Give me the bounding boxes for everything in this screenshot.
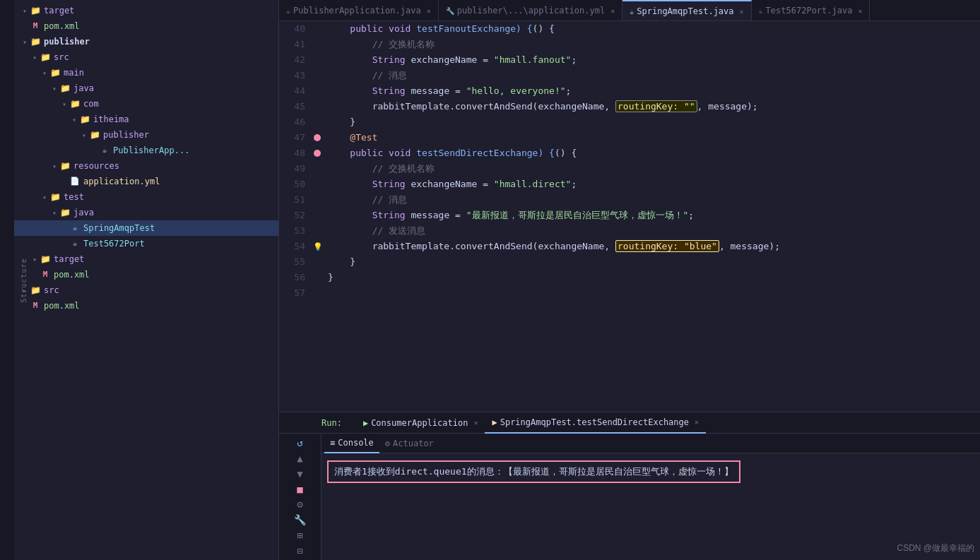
- structure-label: Structure: [20, 258, 28, 302]
- watermark: CSDN @做最幸福的: [897, 542, 974, 554]
- filter-icon[interactable]: ⚙: [293, 499, 308, 511]
- code-line-48: public void testSendDirectExchange) {() …: [328, 145, 980, 161]
- code-line-54: rabbitTemplate.convertAndSend(exchangeNa…: [328, 239, 980, 254]
- tree-icon-m: M: [40, 269, 51, 280]
- tree-item-src[interactable]: ▸📁src: [14, 282, 278, 298]
- tree-item-itheima[interactable]: ▾📁itheima: [14, 112, 278, 127]
- tree-icon-folder: 📁: [40, 254, 51, 265]
- tab-close-3[interactable]: ✕: [858, 7, 862, 15]
- tree-icon-folder: 📁: [59, 83, 71, 94]
- tree-item-java[interactable]: ▾📁java: [14, 205, 278, 220]
- tree-item-publisherapp...[interactable]: ☕PublisherApp...: [14, 143, 278, 158]
- line-num-52: 52: [279, 208, 305, 223]
- code-line-47: @Test: [328, 130, 980, 145]
- restart-icon[interactable]: ↺: [293, 436, 308, 449]
- console-tabs: ≡ Console ⚙ Actuator: [321, 434, 980, 453]
- lightbulb-icon[interactable]: 💡: [313, 242, 323, 251]
- tab-application-yml[interactable]: 🔧 publisher\...\application.yml ✕: [439, 0, 623, 21]
- line-num-42: 42: [279, 52, 305, 68]
- line-num-56: 56: [279, 270, 305, 285]
- console-message: 消费者1接收到direct.queue1的消息：【最新报道，哥斯拉是居民自治巨型…: [327, 460, 740, 483]
- code-line-50: String exchangeName = "hmall.direct";: [328, 177, 980, 192]
- left-sidebar: Structure: [0, 0, 14, 560]
- line-num-43: 43: [279, 68, 305, 83]
- tree-icon-folder: 📁: [79, 114, 90, 125]
- tree-item-resources[interactable]: ▾📁resources: [14, 158, 278, 174]
- console-tab-actuator[interactable]: ⚙ Actuator: [379, 434, 439, 453]
- tab-close-0[interactable]: ✕: [427, 7, 431, 15]
- tab-close-2[interactable]: ✕: [740, 8, 744, 16]
- breakpoint-48[interactable]: [314, 150, 321, 157]
- tree-item-pom.xml[interactable]: Mpom.xml: [14, 18, 278, 34]
- gutter: 💡: [311, 21, 325, 412]
- line-num-44: 44: [279, 83, 305, 99]
- tree-item-pom.xml[interactable]: Mpom.xml: [14, 267, 278, 282]
- down-layout-icon[interactable]: ⊟: [293, 544, 308, 557]
- tab-test5672-port[interactable]: ☕ Test5672Port.java ✕: [752, 0, 870, 21]
- gutter-48: [311, 145, 325, 161]
- tree-item-test[interactable]: ▾📁test: [14, 189, 278, 205]
- tab-spring-amqp-test[interactable]: ☕ SpringAmqpTest.java ✕: [622, 0, 751, 21]
- scroll-down-icon[interactable]: ▼: [293, 467, 308, 480]
- gutter-57: [311, 285, 325, 301]
- bottom-tab-close-0[interactable]: ✕: [473, 419, 478, 427]
- code-line-41: // 交换机名称: [328, 37, 980, 52]
- tree-icon-m: M: [30, 20, 41, 32]
- tree-item-java[interactable]: ▾📁java: [14, 81, 278, 96]
- tree-item-main[interactable]: ▾📁main: [14, 65, 278, 81]
- bottom-tab-close-1[interactable]: ✕: [695, 418, 699, 426]
- tree-icon-folder: 📁: [30, 36, 41, 47]
- breakpoint-47[interactable]: [314, 134, 321, 141]
- gutter-49: [311, 161, 325, 177]
- console-tab-console[interactable]: ≡ Console: [324, 434, 379, 453]
- code-line-45: rabbitTemplate.convertAndSend(exchangeNa…: [328, 99, 980, 114]
- tree-item-publisher[interactable]: ▾📁publisher: [14, 34, 278, 49]
- tree-icon-folder: 📁: [89, 129, 100, 141]
- tree-item-target[interactable]: ▾📁target: [14, 251, 278, 267]
- tree-item-application.yml[interactable]: 📄application.yml: [14, 174, 278, 189]
- file-tree: ▾📁targetMpom.xml▾📁publisher▾📁src▾📁main▾📁…: [14, 0, 279, 560]
- tree-item-target[interactable]: ▾📁target: [14, 3, 278, 18]
- gutter-56: [311, 270, 325, 285]
- editor-area: ☕ PublisherApplication.java ✕ 🔧 publishe…: [279, 0, 980, 560]
- main-content: ▾📁targetMpom.xml▾📁publisher▾📁src▾📁main▾📁…: [14, 0, 980, 560]
- tab-publisher-application[interactable]: ☕ PublisherApplication.java ✕: [279, 0, 439, 21]
- gutter-45: [311, 99, 325, 114]
- tab-bar: ☕ PublisherApplication.java ✕ 🔧 publishe…: [279, 0, 980, 21]
- tree-icon-folder: 📁: [59, 207, 71, 218]
- tree-icon-folder: 📁: [30, 285, 41, 296]
- gutter-41: [311, 37, 325, 52]
- line-num-51: 51: [279, 192, 305, 208]
- stop-icon[interactable]: ■: [293, 483, 308, 496]
- tree-item-springamqptest[interactable]: ☕SpringAmqpTest: [14, 220, 278, 236]
- scroll-up-icon[interactable]: ▲: [293, 452, 308, 465]
- tree-item-src[interactable]: ▾📁src: [14, 49, 278, 65]
- code-content[interactable]: public void testFanoutExchange) {() { //…: [325, 21, 980, 412]
- bottom-tab-consumer[interactable]: ▶ ConsumerApplication ✕: [356, 412, 485, 434]
- console-icon: ≡: [330, 438, 335, 448]
- layout-icon[interactable]: ⊞: [293, 529, 308, 542]
- bottom-tab-springamqp[interactable]: ▶ SpringAmqpTest.testSendDirectExchange …: [485, 412, 706, 434]
- code-editor: 404142434445464748495051525354555657 💡 p…: [279, 21, 980, 412]
- gutter-50: [311, 177, 325, 192]
- gutter-42: [311, 52, 325, 68]
- bottom-main: ≡ Console ⚙ Actuator 消费者1接收到direct.queue…: [321, 434, 980, 560]
- tree-item-pom.xml[interactable]: Mpom.xml: [14, 298, 278, 314]
- code-line-40: public void testFanoutExchange) {() {: [328, 21, 980, 37]
- bottom-tabs: Run: ▶ ConsumerApplication ✕ ▶ SpringAmq…: [279, 412, 980, 434]
- line-num-41: 41: [279, 37, 305, 52]
- gutter-43: [311, 68, 325, 83]
- bottom-content: ↺ ▲ ▼ ■ ⚙ 🔧 ⊞ ⊟ ≡ Console: [279, 434, 980, 560]
- tree-item-publisher[interactable]: ▾📁publisher: [14, 127, 278, 143]
- settings-icon[interactable]: 🔧: [293, 513, 308, 526]
- tree-icon-java: ☕: [69, 238, 81, 249]
- tree-icon-java: ☕: [99, 145, 110, 156]
- tree-item-test5672port[interactable]: ☕Test5672Port: [14, 236, 278, 251]
- gutter-47: [311, 130, 325, 145]
- tab-close-1[interactable]: ✕: [610, 7, 615, 15]
- tree-item-com[interactable]: ▾📁com: [14, 96, 278, 112]
- tree-icon-folder: 📁: [40, 52, 51, 63]
- code-line-42: String exchangeName = "hmall.fanout";: [328, 52, 980, 68]
- bottom-panel: Run: ▶ ConsumerApplication ✕ ▶ SpringAmq…: [279, 412, 980, 560]
- console-output: 消费者1接收到direct.queue1的消息：【最新报道，哥斯拉是居民自治巨型…: [321, 453, 980, 560]
